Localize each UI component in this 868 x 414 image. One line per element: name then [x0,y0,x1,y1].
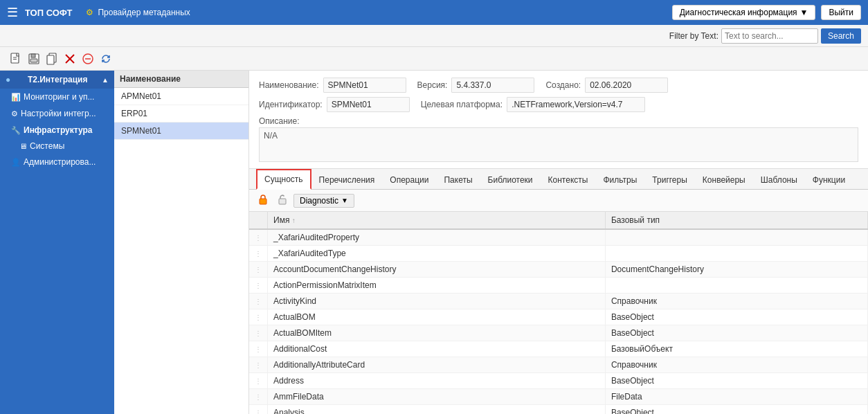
drag-handle: ⋮ [249,246,268,262]
sidebar-item-admin[interactable]: 👤 Администрирова... [0,154,114,170]
table-row[interactable]: ⋮ ActivityKind Справочник [249,294,868,309]
row-base: BaseObject [605,373,867,389]
row-base: БазовыйОбъект [605,341,867,357]
table-lock-button[interactable] [255,192,271,208]
tab-libraries[interactable]: Библиотеки [480,170,541,189]
table-row[interactable]: ⋮ AdditionalCost БазовыйОбъект [249,341,868,357]
tab-functions[interactable]: Функции [805,170,853,189]
tab-templates[interactable]: Шаблоны [753,170,805,189]
table-row[interactable]: ⋮ Address BaseObject [249,373,868,389]
diagnostic-label: Диагностическая информация [680,8,797,17]
table-row[interactable]: ⋮ ActualBOMItem BaseObject [249,325,868,341]
settings-icon: ⚙ [11,109,18,118]
save-button[interactable] [25,51,43,66]
table-row[interactable]: ⋮ Analysis BaseObject [249,405,868,415]
cancel-button[interactable] [79,51,97,66]
sidebar-section-t2[interactable]: ● Т2.Интеграция ▲ [0,71,114,89]
row-name: AdditionalCost [268,341,606,357]
created-label: Создано: [545,80,581,90]
form-row-1: Наименование: SPMNet01 Версия: 5.4.337.0… [259,78,858,93]
desc-textarea[interactable] [259,127,858,162]
gear-icon: ⚙ [86,8,93,17]
sidebar-label-infra: Инфраструктура [24,125,92,135]
filter-label: Filter by Text: [669,31,718,41]
table-row[interactable]: ⋮ AdditionallyAttributeCard Справочник [249,357,868,373]
table-row[interactable]: ⋮ AmmFileData FileData [249,389,868,405]
svg-rect-0 [11,53,19,63]
tab-filters[interactable]: Фильтры [595,170,644,189]
diagnostic-button[interactable]: Diagnostic ▼ [293,194,354,208]
sort-icon: ↑ [292,217,296,224]
diagnostic-dropdown[interactable]: Диагностическая информация ▼ [672,5,816,20]
filter-input[interactable] [721,28,818,44]
sidebar-item-infra[interactable]: 🔧 Инфраструктура [0,122,114,138]
col-base-label: Базовый тип [611,215,660,225]
drag-handle: ⋮ [249,309,268,325]
table-scroll[interactable]: Имя ↑ Базовый тип ⋮ _XafariAudite [249,212,868,414]
sidebar-item-systems[interactable]: 🖥 Системы [0,138,114,154]
field-name: Наименование: SPMNet01 [259,78,406,93]
tab-entity[interactable]: Сущность [256,169,311,190]
row-name: Address [268,373,606,389]
main-toolbar [0,47,868,71]
content-split: Наименование APMNet01 ERP01 SPMNet01 [114,71,868,414]
list-item-label: ERP01 [121,109,147,118]
row-base: FileData [605,389,867,405]
delete-button[interactable] [61,51,79,66]
svg-rect-7 [47,55,54,64]
drag-handle: ⋮ [249,389,268,405]
table-row[interactable]: ⋮ AccountDocumentChangeHistory DocumentC… [249,262,868,278]
tab-packages[interactable]: Пакеты [436,170,480,189]
field-version: Версия: 5.4.337.0 [417,78,535,93]
row-base [605,278,867,294]
app-logo: ТОП СОФТ [25,8,72,18]
table-row[interactable]: ⋮ _XafariAuditedType [249,246,868,262]
field-id: Идентификатор: SPMNet01 [259,97,410,112]
list-item-spmnet01[interactable]: SPMNet01 [114,123,248,140]
desc-label: Описание: [259,116,858,126]
refresh-button[interactable] [97,51,115,66]
menu-icon[interactable]: ☰ [7,5,18,20]
drag-handle: ⋮ [249,229,268,246]
id-label: Идентификатор: [259,100,323,109]
desc-section: Описание: [259,116,858,164]
new-doc-button[interactable] [7,51,25,66]
row-name: Analysis [268,405,606,415]
list-item-apmnet01[interactable]: APMNet01 [114,88,248,105]
list-item-erp01[interactable]: ERP01 [114,105,248,123]
tab-conveyors[interactable]: Конвейеры [695,170,753,189]
row-name: ActualBOM [268,309,606,325]
drag-handle: ⋮ [249,405,268,415]
diagnostic-btn-chevron: ▼ [341,197,348,204]
created-value: 02.06.2020 [585,78,668,93]
table-unlock-button[interactable] [274,192,291,208]
col-name-label: Имя [273,215,289,225]
row-base [605,246,867,262]
infra-icon: 🔧 [11,126,21,135]
logout-button[interactable]: Выйти [821,5,861,20]
table-row[interactable]: ⋮ ActionPermissionMatrixItem [249,278,868,294]
tab-operations[interactable]: Операции [382,170,436,189]
sidebar-item-settings[interactable]: ⚙ Настройки интегр... [0,105,114,122]
svg-rect-5 [30,59,37,62]
systems-icon: 🖥 [19,142,27,150]
tab-enums[interactable]: Перечисления [311,170,383,189]
monitoring-icon: 📊 [11,93,21,102]
list-header: Наименование [114,71,248,88]
sidebar-item-monitoring[interactable]: 📊 Мониторинг и уп... [0,89,114,105]
col-base-header[interactable]: Базовый тип [605,212,867,229]
drag-handle: ⋮ [249,278,268,294]
drag-handle: ⋮ [249,262,268,278]
table-row[interactable]: ⋮ _XafariAuditedProperty [249,229,868,246]
tab-triggers[interactable]: Триггеры [644,170,695,189]
sidebar-section-label: Т2.Интеграция [28,75,88,84]
row-base: BaseObject [605,309,867,325]
col-name-header[interactable]: Имя ↑ [268,212,606,229]
filter-button[interactable]: Search [821,28,861,44]
tab-contexts[interactable]: Контексты [541,170,596,189]
row-name: AdditionallyAttributeCard [268,357,606,373]
copy-button[interactable] [43,51,61,66]
row-base: Справочник [605,357,867,373]
row-name: AccountDocumentChangeHistory [268,262,606,278]
table-row[interactable]: ⋮ ActualBOM BaseObject [249,309,868,325]
